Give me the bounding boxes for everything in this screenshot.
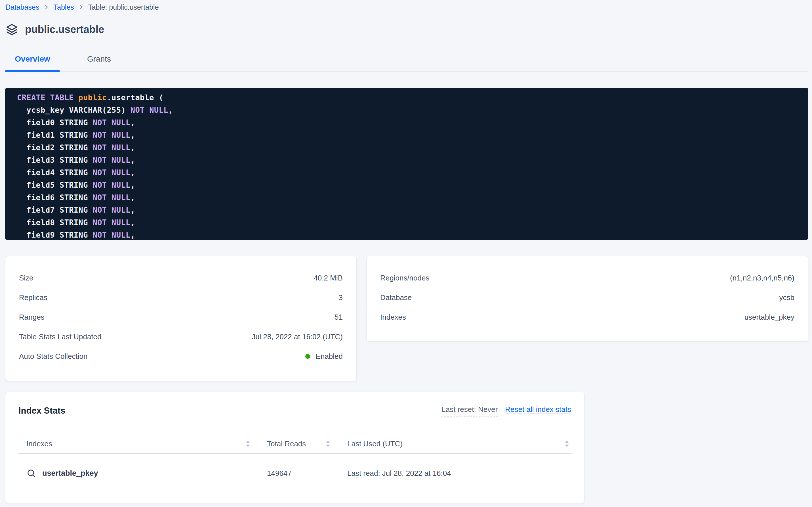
sort-desc-icon — [565, 445, 569, 447]
status-dot-green — [305, 354, 310, 359]
stat-label: Replicas — [19, 293, 47, 302]
index-table-header-row: IndexesTotal ReadsLast Used (UTC) — [18, 434, 571, 454]
sort-arrows-icon[interactable] — [326, 441, 330, 447]
sql-line: field5 STRING NOT NULL, — [17, 179, 803, 191]
sql-keyword: NOT NULL — [93, 218, 130, 227]
last-used-value: Last read: Jul 28, 2022 at 16:04 — [347, 469, 451, 478]
stat-value: usertable_pkey — [745, 313, 795, 322]
stat-value: 40.2 MiB — [314, 274, 343, 282]
index-stats-card: Index Stats Last reset: Never Reset all … — [5, 392, 584, 503]
sql-text: ycsb_key VARCHAR(255) — [17, 106, 130, 114]
stat-row: Size40.2 MiB — [19, 268, 343, 288]
sql-line: CREATE TABLE public.usertable ( — [17, 92, 803, 104]
sql-text: field1 STRING — [17, 130, 93, 139]
stat-label: Size — [19, 274, 34, 282]
sql-text: , — [130, 230, 135, 239]
breadcrumb-link-tables[interactable]: Tables — [54, 3, 74, 11]
stat-row: Replicas3 — [19, 288, 343, 307]
sql-keyword: NOT NULL — [93, 180, 130, 189]
table-stats-card: Size40.2 MiBReplicas3Ranges51Table Stats… — [5, 256, 357, 381]
tab-grants[interactable]: Grants — [68, 52, 130, 71]
sql-keyword: NOT NULL — [93, 168, 130, 177]
sql-keyword: NOT NULL — [93, 130, 130, 139]
breadcrumb-link-databases[interactable]: Databases — [5, 3, 40, 11]
page-title: public.usertable — [25, 23, 104, 36]
total-reads-value: 149647 — [267, 469, 292, 478]
sql-text: field4 STRING — [17, 168, 93, 177]
sql-text: field5 STRING — [17, 180, 93, 189]
sql-keyword: NOT NULL — [93, 230, 130, 239]
stat-value: 3 — [339, 293, 343, 302]
sort-desc-icon — [246, 445, 250, 447]
stat-value-text: 3 — [339, 293, 343, 302]
sql-line: field9 STRING NOT NULL, — [17, 229, 803, 240]
sort-asc-icon — [565, 441, 569, 443]
magnifier-icon — [26, 468, 37, 478]
sql-text: field0 STRING — [17, 118, 93, 127]
create-table-sql: CREATE TABLE public.usertable ( ycsb_key… — [5, 88, 808, 240]
index-name: usertable_pkey — [42, 469, 98, 478]
stat-label: Regions/nodes — [380, 274, 429, 282]
sql-keyword: NOT NULL — [93, 118, 130, 127]
sql-text: , — [130, 168, 135, 177]
stat-label: Indexes — [380, 313, 406, 322]
stat-label: Ranges — [19, 313, 45, 322]
column-header-indexes[interactable]: Indexes — [18, 440, 256, 448]
sql-text: .usertable ( — [107, 93, 164, 102]
sql-text: field9 STRING — [17, 230, 93, 239]
sql-line: field1 STRING NOT NULL, — [17, 129, 803, 142]
stat-row: Ranges51 — [19, 307, 343, 327]
table-details-card: Regions/nodes(n1,n2,n3,n4,n5,n6)Database… — [366, 256, 808, 341]
stat-row: Table Stats Last UpdatedJul 28, 2022 at … — [19, 327, 343, 347]
index-stats-header: Index Stats Last reset: Never Reset all … — [18, 404, 571, 417]
column-header-last-used-utc[interactable]: Last Used (UTC) — [335, 440, 571, 448]
sql-keyword: NOT NULL — [93, 206, 130, 214]
breadcrumb: DatabasesTablesTable: public.usertable — [5, 3, 159, 11]
sort-asc-icon — [326, 441, 330, 443]
sql-keyword: NOT NULL — [93, 193, 130, 202]
sql-text: field2 STRING — [17, 143, 93, 152]
column-header-label: Indexes — [26, 440, 52, 448]
sql-line: field2 STRING NOT NULL, — [17, 142, 803, 154]
stat-value-text: 51 — [334, 313, 343, 322]
table-row: usertable_pkey149647Last read: Jul 28, 2… — [18, 454, 571, 493]
index-name-cell: usertable_pkey — [18, 468, 256, 478]
stat-label: Table Stats Last Updated — [19, 332, 102, 341]
stat-value-text: Jul 28, 2022 at 16:02 (UTC) — [252, 332, 343, 341]
index-stats-heading: Index Stats — [18, 406, 65, 416]
reset-all-index-stats-link[interactable]: Reset all index stats — [505, 405, 571, 414]
column-header-label: Total Reads — [267, 440, 306, 448]
sort-arrows-icon[interactable] — [246, 441, 250, 447]
stat-value-text: 40.2 MiB — [314, 274, 343, 282]
stat-value: (n1,n2,n3,n4,n5,n6) — [730, 274, 795, 282]
layers-icon — [5, 23, 19, 36]
index-link[interactable]: usertable_pkey — [26, 468, 98, 478]
tab-overview[interactable]: Overview — [5, 52, 60, 71]
sql-text: , — [130, 156, 135, 164]
last-reset-label: Last reset: Never — [441, 405, 498, 416]
sql-keyword: NOT NULL — [130, 106, 168, 114]
sql-text: field7 STRING — [17, 206, 93, 214]
page-header: public.usertable — [5, 23, 104, 36]
tab-bar: OverviewGrants — [5, 52, 808, 71]
sql-line: field3 STRING NOT NULL, — [17, 154, 803, 166]
stat-row: Auto Stats CollectionEnabled — [19, 347, 343, 366]
sort-arrows-icon[interactable] — [565, 441, 569, 447]
stat-label: Database — [380, 293, 412, 302]
stat-label: Auto Stats Collection — [19, 352, 87, 361]
sql-line: field4 STRING NOT NULL, — [17, 166, 803, 179]
stat-value: 51 — [334, 313, 343, 322]
sql-line: field7 STRING NOT NULL, — [17, 204, 803, 216]
index-stats-reset-group: Last reset: Never Reset all index stats — [441, 405, 571, 416]
breadcrumb-separator — [79, 4, 83, 10]
sql-text: , — [130, 218, 135, 227]
stat-value: ycsb — [779, 293, 795, 302]
total-reads-cell: 149647 — [256, 469, 335, 478]
column-header-total-reads[interactable]: Total Reads — [256, 440, 335, 448]
sort-asc-icon — [246, 441, 250, 443]
table-stats-rows: Size40.2 MiBReplicas3Ranges51Table Stats… — [19, 268, 343, 366]
stat-row: Databaseycsb — [380, 288, 795, 307]
sql-text: field6 STRING — [17, 193, 93, 202]
stat-value: Enabled — [305, 352, 343, 361]
sql-text: , — [130, 193, 135, 202]
